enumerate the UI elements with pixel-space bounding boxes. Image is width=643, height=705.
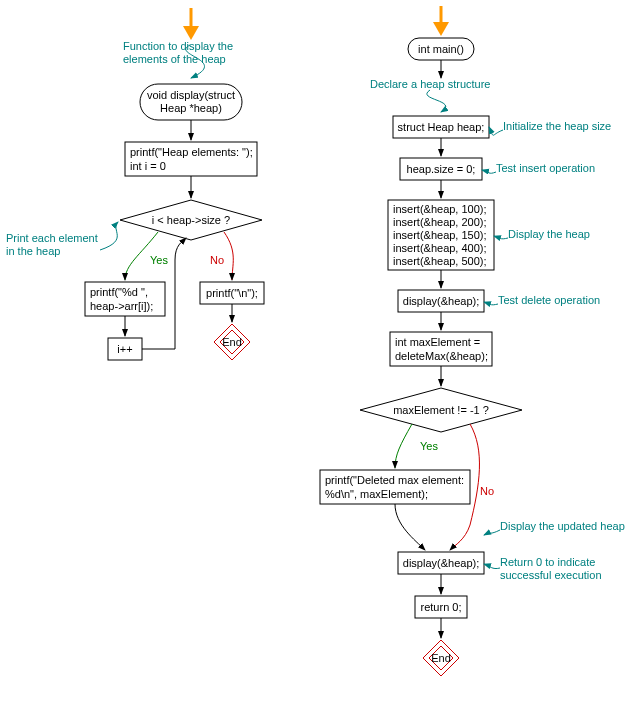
process-deletemax: int maxElement = deleteMax(&heap); <box>390 332 492 366</box>
process-return0: return 0; <box>415 596 467 618</box>
return0-text: return 0; <box>421 601 462 613</box>
svg-text:void display(struct: void display(struct <box>147 89 235 101</box>
end-text-left: End <box>222 336 242 348</box>
ins1: insert(&heap, 100); <box>393 203 487 215</box>
ins4: insert(&heap, 400); <box>393 242 487 254</box>
process-declare-heap: struct Heap heap; <box>393 116 489 138</box>
ann-return0: Return 0 to indicate successful executio… <box>500 556 602 581</box>
printdel-l1: printf("Deleted max element: <box>325 474 464 486</box>
process-init-loop: printf("Heap elements: "); int i = 0 <box>125 142 257 176</box>
print-el-l2: heap->arr[i]); <box>90 300 153 312</box>
ann-test-delete: Test delete operation <box>498 294 600 306</box>
decision-loop-cond: i < heap->size ? <box>120 200 262 240</box>
no-label-right: No <box>480 485 494 497</box>
declare-heap-text: struct Heap heap; <box>398 121 485 133</box>
process-print-deleted: printf("Deleted max element: %d\n", maxE… <box>320 470 470 504</box>
decision-maxelement: maxElement != -1 ? <box>360 388 522 432</box>
display1-text: display(&heap); <box>403 295 479 307</box>
process-display2: display(&heap); <box>398 552 484 574</box>
svg-marker-16 <box>433 22 449 36</box>
init-loop-l2: int i = 0 <box>130 160 166 172</box>
end-text-right: End <box>431 652 451 664</box>
terminal-main: int main() <box>408 38 474 60</box>
end-node-right: End <box>423 640 459 676</box>
cond-loop-text: i < heap->size ? <box>152 214 230 226</box>
ann-display-updated: Display the updated heap <box>500 520 625 532</box>
display-sig-l1: void display(struct <box>147 89 235 101</box>
end-node-left: End <box>214 324 250 360</box>
ann-declare-heap: Declare a heap structure <box>370 78 490 90</box>
process-newline: printf("\n"); <box>200 282 264 304</box>
ins2: insert(&heap, 200); <box>393 216 487 228</box>
print-el-l1: printf("%d ", <box>90 286 148 298</box>
process-display1: display(&heap); <box>398 290 484 312</box>
process-print-element: printf("%d ", heap->arr[i]); <box>85 282 165 316</box>
ann-func-line2: elements of the heap <box>123 53 226 65</box>
start-arrow-right <box>433 6 449 36</box>
delmax-l2: deleteMax(&heap); <box>395 350 488 362</box>
init-loop-l1: printf("Heap elements: "); <box>130 146 253 158</box>
display2-text: display(&heap); <box>403 557 479 569</box>
ins3: insert(&heap, 150); <box>393 229 487 241</box>
cond-max-text: maxElement != -1 ? <box>393 404 489 416</box>
flowchart-display: Function to display the elements of the … <box>6 8 264 360</box>
init-size-text: heap.size = 0; <box>407 163 476 175</box>
ins5: insert(&heap, 500); <box>393 255 487 267</box>
yes-label-right: Yes <box>420 440 438 452</box>
main-sig: int main() <box>418 43 464 55</box>
ann-test-insert: Test insert operation <box>496 162 595 174</box>
process-increment: i++ <box>108 338 142 360</box>
delmax-l1: int maxElement = <box>395 336 480 348</box>
ann-func-line1: Function to display the <box>123 40 233 52</box>
flowchart-main: int main() Declare a heap structure stru… <box>320 6 625 676</box>
process-init-size: heap.size = 0; <box>400 158 482 180</box>
terminal-display-func: void display(struct Heap *heap) <box>140 84 242 120</box>
ann-init-size: Initialize the heap size <box>503 120 611 132</box>
ann-func-display: Function to display the <box>123 40 233 52</box>
svg-marker-1 <box>183 26 199 40</box>
printdel-l2: %d\n", maxElement); <box>325 488 428 500</box>
ann-display-heap: Display the heap <box>508 228 590 240</box>
newline-text: printf("\n"); <box>206 287 258 299</box>
flowchart-canvas: Function to display the elements of the … <box>0 0 643 705</box>
process-inserts: insert(&heap, 100); insert(&heap, 200); … <box>388 200 494 270</box>
start-arrow-left <box>183 8 199 40</box>
incr-text: i++ <box>117 343 132 355</box>
no-label-left: No <box>210 254 224 266</box>
display-sig-l2: Heap *heap) <box>160 102 222 114</box>
ann-print-each: Print each element in the heap <box>6 232 101 257</box>
yes-label-left: Yes <box>150 254 168 266</box>
